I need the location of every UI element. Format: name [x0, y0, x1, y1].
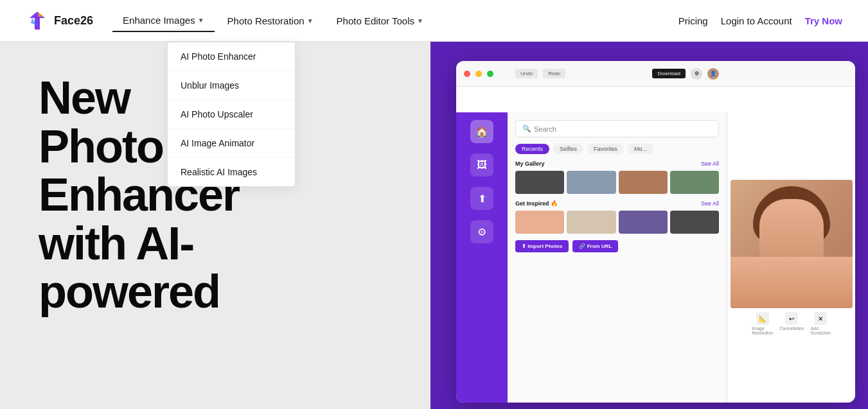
- logo-area[interactable]: Face26: [26, 9, 93, 32]
- window-close-dot: [464, 71, 470, 77]
- nav-photo-restoration[interactable]: Photo Restoration ▼: [217, 10, 324, 31]
- redo-button[interactable]: Redo: [543, 69, 565, 78]
- sidebar-gallery-icon[interactable]: 🖼: [470, 153, 493, 177]
- sidebar-upload-icon[interactable]: ⬆: [470, 187, 493, 210]
- cancel-icon: ↩: [785, 312, 798, 325]
- settings-icon[interactable]: ⚙: [691, 68, 702, 80]
- window-minimize-dot: [475, 71, 482, 77]
- editor-chevron-icon: ▼: [417, 17, 423, 24]
- from-url-button[interactable]: 🔗 From URL: [572, 240, 618, 252]
- nav-photo-editor-tools[interactable]: Photo Editor Tools ▼: [326, 10, 434, 31]
- inspired-thumb-2[interactable]: [567, 211, 616, 234]
- gallery-title: My Gallery: [515, 161, 545, 167]
- gallery-thumb-3[interactable]: [619, 171, 668, 194]
- inspired-thumb-1[interactable]: [515, 211, 564, 234]
- hero-line4: with AI-: [39, 218, 193, 269]
- mockup-tabs: Recents Selfies Favorites Mo...: [515, 144, 719, 154]
- inspired-title: Get Inspired 🔥: [515, 200, 558, 207]
- resolution-icon: 📐: [756, 312, 769, 325]
- dropdown-ai-image-animator[interactable]: AI Image Animator: [168, 129, 295, 158]
- window-maximize-dot: [487, 71, 493, 77]
- gallery-section-header: My Gallery See All: [515, 161, 719, 167]
- nav-enhance-images[interactable]: Enhance Images ▼: [112, 10, 214, 32]
- resolution-label: ImageResolution: [752, 326, 773, 335]
- dropdown-realistic-ai-images[interactable]: Realistic AI Images: [168, 158, 295, 186]
- right-panel: Undo Redo Download ⚙ 👤 🏠 🖼 ⬆ ⚙: [430, 42, 868, 409]
- body-shape: [731, 257, 853, 308]
- app-mockup: Undo Redo Download ⚙ 👤 🏠 🖼 ⬆ ⚙: [456, 61, 855, 403]
- scratches-label: AddScratches: [811, 326, 831, 335]
- gallery-see-all[interactable]: See All: [701, 161, 719, 167]
- inspired-grid: [515, 211, 719, 234]
- mockup-sidebar: 🏠 🖼 ⬆ ⚙: [456, 112, 508, 403]
- nav-try-now[interactable]: Try Now: [805, 15, 842, 26]
- cancel-button[interactable]: ↩ Cancellation: [779, 312, 804, 335]
- search-icon: 🔍: [522, 125, 531, 133]
- enhance-chevron-icon: ▼: [198, 17, 204, 24]
- hero-line5: powered: [39, 266, 220, 317]
- enhance-dropdown: AI Photo Enhancer Unblur Images AI Photo…: [167, 42, 296, 187]
- gallery-thumb-1[interactable]: [515, 171, 564, 194]
- sidebar-home-icon[interactable]: 🏠: [470, 120, 493, 143]
- preview-bottom-tools: 📐 ImageResolution ↩ Cancellation ✕ AddSc…: [752, 312, 831, 335]
- nav-pricing[interactable]: Pricing: [678, 15, 708, 26]
- inspired-section-header: Get Inspired 🔥 See All: [515, 200, 719, 207]
- download-button[interactable]: Download: [652, 69, 686, 78]
- inspired-see-all[interactable]: See All: [701, 200, 719, 207]
- dropdown-unblur-images[interactable]: Unblur Images: [168, 71, 295, 100]
- avatar-icon[interactable]: 👤: [707, 68, 719, 80]
- tab-more[interactable]: Mo...: [628, 144, 653, 154]
- hero-line1: New: [39, 72, 130, 123]
- main-content: New Photo Enhancer with AI- powered Undo…: [0, 42, 868, 409]
- preview-image: [731, 180, 853, 308]
- logo-icon: [26, 9, 49, 32]
- preview-content: 📐 ImageResolution ↩ Cancellation ✕ AddSc…: [727, 173, 855, 342]
- gallery-thumb-4[interactable]: [670, 171, 719, 194]
- sidebar-settings-icon[interactable]: ⚙: [470, 220, 493, 243]
- inspired-thumb-3[interactable]: [619, 211, 668, 234]
- tab-favorites[interactable]: Favorites: [587, 144, 624, 154]
- image-resolution-button[interactable]: 📐 ImageResolution: [752, 312, 773, 335]
- tab-recents[interactable]: Recents: [515, 144, 549, 154]
- mockup-body: 🏠 🖼 ⬆ ⚙ 🔍 Search Recents Selfies Favorit…: [456, 112, 855, 403]
- import-photos-button[interactable]: ⬆ Import Photos: [515, 240, 569, 252]
- mockup-preview-panel: 📐 ImageResolution ↩ Cancellation ✕ AddSc…: [727, 112, 855, 403]
- add-scratches-button[interactable]: ✕ AddScratches: [811, 312, 831, 335]
- inspired-thumb-4[interactable]: [670, 211, 719, 234]
- import-actions: ⬆ Import Photos 🔗 From URL: [515, 240, 719, 252]
- scratches-icon: ✕: [814, 312, 827, 325]
- hero-line2: Photo: [39, 121, 163, 172]
- restoration-chevron-icon: ▼: [307, 17, 314, 24]
- search-placeholder: Search: [534, 125, 556, 133]
- nav-right: Pricing Login to Account Try Now: [678, 15, 842, 26]
- nav-items: Enhance Images ▼ Photo Restoration ▼ Pho…: [112, 10, 678, 32]
- mockup-search-bar[interactable]: 🔍 Search: [515, 120, 719, 137]
- nav-login[interactable]: Login to Account: [721, 15, 792, 26]
- mockup-main-area: 🔍 Search Recents Selfies Favorites Mo...…: [508, 112, 727, 403]
- gallery-thumb-2[interactable]: [567, 171, 616, 194]
- gallery-grid: [515, 171, 719, 194]
- dropdown-ai-photo-upscaler[interactable]: AI Photo Upscaler: [168, 100, 295, 129]
- app-top-toolbar: Undo Redo Download ⚙ 👤: [508, 61, 727, 87]
- dropdown-ai-photo-enhancer[interactable]: AI Photo Enhancer: [168, 42, 295, 71]
- navbar: Face26 Enhance Images ▼ Photo Restoratio…: [0, 0, 868, 42]
- tab-selfies[interactable]: Selfies: [553, 144, 583, 154]
- logo-text: Face26: [54, 14, 93, 28]
- cancel-label: Cancellation: [779, 326, 804, 331]
- undo-button[interactable]: Undo: [515, 69, 538, 78]
